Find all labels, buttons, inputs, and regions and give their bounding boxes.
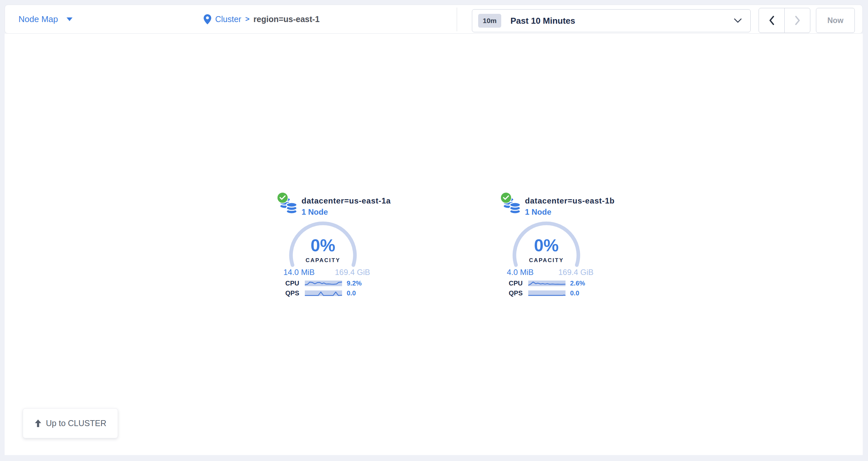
now-button[interactable]: Now bbox=[816, 8, 855, 33]
capacity-total: 169.4 GiB bbox=[335, 268, 370, 277]
qps-metric-row: QPS 0.0 bbox=[274, 290, 372, 297]
chevron-right-icon bbox=[795, 15, 801, 25]
location-pin-icon bbox=[204, 14, 211, 24]
topbar-divider bbox=[457, 7, 457, 31]
caret-down-icon bbox=[67, 18, 72, 21]
breadcrumb-cluster-link[interactable]: Cluster bbox=[215, 14, 241, 24]
top-bar: Node Map Cluster > region=us-east-1 10m … bbox=[5, 5, 863, 34]
qps-value: 0.0 bbox=[570, 290, 579, 297]
cpu-value: 2.6% bbox=[570, 279, 585, 287]
breadcrumb: Cluster > region=us-east-1 bbox=[204, 5, 320, 33]
capacity-used: 14.0 MiB bbox=[283, 268, 315, 277]
capacity-label: CAPACITY bbox=[509, 257, 583, 264]
locality-card-us-east-1a[interactable]: datacenter=us-east-1a 1 Node 0% CAPACITY… bbox=[274, 193, 372, 302]
qps-sparkline bbox=[305, 290, 342, 296]
qps-metric-row: QPS 0.0 bbox=[497, 290, 596, 297]
node-map-canvas: datacenter=us-east-1a 1 Node 0% CAPACITY… bbox=[5, 34, 863, 455]
chevron-left-icon bbox=[769, 15, 775, 25]
locality-node-count: 1 Node bbox=[302, 207, 328, 217]
cpu-sparkline bbox=[528, 281, 565, 286]
capacity-percent: 0% bbox=[509, 235, 583, 255]
arrow-up-icon bbox=[34, 419, 42, 427]
capacity-percent: 0% bbox=[286, 235, 360, 255]
healthy-check-icon bbox=[277, 193, 288, 203]
capacity-label: CAPACITY bbox=[286, 257, 360, 264]
qps-label: QPS bbox=[497, 290, 523, 297]
view-selector-dropdown[interactable]: Node Map bbox=[19, 5, 72, 33]
breadcrumb-current: region=us-east-1 bbox=[253, 14, 320, 24]
breadcrumb-separator: > bbox=[245, 15, 249, 23]
cpu-metric-row: CPU 9.2% bbox=[274, 279, 372, 287]
view-selector-label: Node Map bbox=[19, 14, 58, 24]
cpu-value: 9.2% bbox=[347, 279, 362, 287]
locality-card-us-east-1b[interactable]: datacenter=us-east-1b 1 Node 0% CAPACITY… bbox=[497, 193, 596, 302]
capacity-total: 169.4 GiB bbox=[558, 268, 593, 277]
locality-title: datacenter=us-east-1b bbox=[525, 196, 615, 205]
locality-title: datacenter=us-east-1a bbox=[302, 196, 391, 205]
capacity-values: 14.0 MiB 169.4 GiB bbox=[283, 268, 370, 277]
node-map-page: Node Map Cluster > region=us-east-1 10m … bbox=[0, 0, 868, 461]
cpu-metric-row: CPU 2.6% bbox=[497, 279, 596, 287]
qps-sparkline bbox=[528, 290, 565, 296]
time-prev-button[interactable] bbox=[759, 8, 784, 33]
qps-label: QPS bbox=[274, 290, 299, 297]
locality-node-count: 1 Node bbox=[525, 207, 551, 217]
up-to-cluster-label: Up to CLUSTER bbox=[46, 419, 106, 428]
time-range-label: Past 10 Minutes bbox=[510, 16, 576, 26]
cpu-label: CPU bbox=[497, 279, 523, 287]
cpu-sparkline bbox=[305, 281, 342, 286]
chevron-down-icon bbox=[734, 19, 742, 23]
capacity-used: 4.0 MiB bbox=[507, 268, 533, 277]
time-next-button[interactable] bbox=[784, 8, 810, 33]
time-range-badge: 10m bbox=[478, 14, 501, 28]
time-step-buttons bbox=[758, 8, 810, 33]
healthy-check-icon bbox=[501, 193, 511, 203]
capacity-values: 4.0 MiB 169.4 GiB bbox=[507, 268, 593, 277]
up-to-cluster-button[interactable]: Up to CLUSTER bbox=[23, 408, 118, 438]
time-range-select[interactable]: 10m Past 10 Minutes bbox=[472, 9, 751, 32]
qps-value: 0.0 bbox=[347, 290, 356, 297]
cpu-label: CPU bbox=[274, 279, 299, 287]
